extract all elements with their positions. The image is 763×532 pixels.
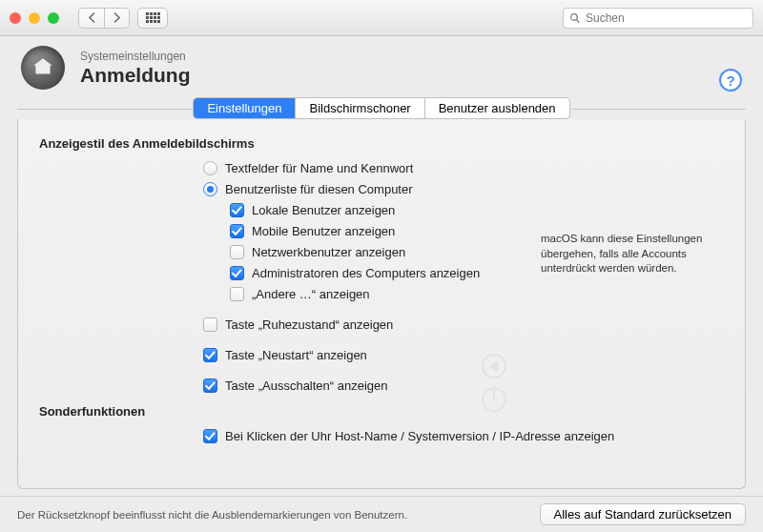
check-clock-info[interactable]: Bei Klicken der Uhr Host-Name / Systemve… [203, 426, 724, 445]
settings-panel: Anzeigestil des Anmeldebildschirms Textf… [17, 119, 746, 489]
section-extra: Sonderfunktionen [39, 404, 724, 419]
tab-hide-users[interactable]: Benutzer ausblenden [425, 98, 569, 118]
minimize-window-button[interactable] [29, 12, 40, 24]
window-toolbar [0, 0, 763, 36]
restart-ghost-icon [482, 354, 506, 379]
section-login-style: Anzeigestil des Anmeldebildschirms [39, 136, 724, 151]
radio-label: Textfelder für Name und Kennwort [225, 161, 413, 175]
radio-userlist[interactable]: Benutzerliste für diesen Computer [203, 179, 724, 198]
radio-label: Benutzerliste für diesen Computer [225, 182, 413, 196]
search-field[interactable] [563, 8, 753, 29]
close-window-button[interactable] [10, 12, 21, 24]
nav-segmented [78, 8, 130, 29]
house-icon [31, 55, 55, 80]
check-local-users[interactable]: Lokale Benutzer anzeigen [230, 200, 724, 219]
back-button[interactable] [79, 9, 104, 28]
page-title: Anmeldung [80, 64, 191, 87]
window-controls [10, 12, 59, 24]
override-note: macOS kann diese Einstellungen übergehen… [541, 232, 724, 276]
grid-icon [146, 12, 160, 23]
search-input[interactable] [586, 11, 747, 25]
check-other-users[interactable]: „Andere …“ anzeigen [230, 284, 724, 303]
pane-header: Systemeinstellungen Anmeldung ? [0, 36, 763, 97]
zoom-window-button[interactable] [48, 12, 59, 24]
check-shutdown-button[interactable]: Taste „Ausschalten“ anzeigen [203, 376, 724, 395]
show-all-button[interactable] [137, 8, 168, 29]
radio-textfields[interactable]: Textfelder für Name und Kennwort [203, 158, 724, 177]
footer: Der Rücksetzknopf beeinflusst nicht die … [0, 496, 763, 532]
check-sleep-button[interactable]: Taste „Ruhezustand“ anzeigen [203, 315, 724, 334]
forward-button[interactable] [104, 9, 129, 28]
tabs: Einstellungen Bildschirmschoner Benutzer… [0, 97, 763, 119]
breadcrumb: Systemeinstellungen [80, 50, 191, 63]
tab-screensaver[interactable]: Bildschirmschoner [296, 98, 424, 118]
search-icon [569, 12, 581, 24]
footer-hint: Der Rücksetzknopf beeinflusst nicht die … [17, 509, 407, 521]
pane-icon [21, 46, 65, 90]
help-button[interactable]: ? [719, 69, 742, 92]
tab-settings[interactable]: Einstellungen [194, 98, 296, 118]
reset-defaults-button[interactable]: Alles auf Standard zurücksetzen [540, 503, 746, 525]
power-ghost-icon [482, 387, 506, 412]
check-restart-button[interactable]: Taste „Neustart“ anzeigen [203, 345, 724, 364]
